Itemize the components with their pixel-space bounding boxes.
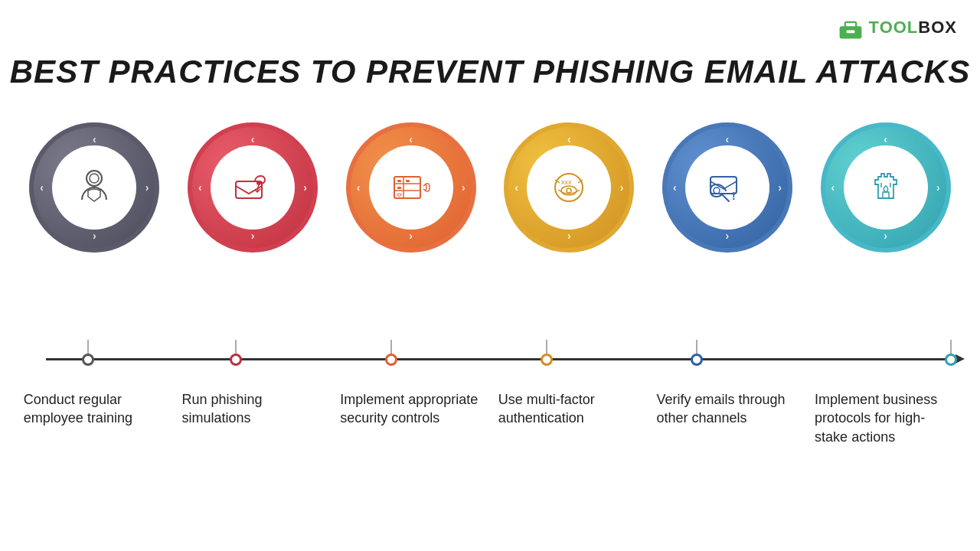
arrow-left-5[interactable]: ‹ [673,181,677,194]
circle-inner-3 [369,145,453,230]
arrow-bottom-3[interactable]: › [409,230,413,242]
circle-3: ‹ › ‹ › [346,122,476,253]
logo: TOOLBOX [837,14,957,41]
arrow-left-4[interactable]: ‹ [514,181,518,194]
protocol-icon [861,163,910,212]
circle-inner-2 [211,145,295,230]
circle-2: ‹ › ‹ › [188,122,318,253]
label-3: Implement appropriate security controls [340,390,482,446]
arrow-left-6[interactable]: ‹ [831,181,835,194]
mfa-icon: xxx [544,163,593,212]
arrow-right-6[interactable]: › [936,181,940,194]
label-5: Verify emails through other channels [656,390,798,446]
arrow-bottom-1[interactable]: › [93,230,96,242]
svg-point-23 [714,187,720,194]
verify-email-icon: ! [703,163,752,212]
circle-item-6: ‹ › ‹ › [821,122,951,253]
logo-text: TOOLBOX [869,18,957,37]
firewall-icon [387,163,436,212]
svg-rect-14 [397,187,401,189]
arrow-bottom-2[interactable]: › [251,230,255,242]
arrow-right-4[interactable]: › [620,181,624,194]
circle-inner-6 [844,145,928,230]
arrow-top-2[interactable]: ‹ [251,133,255,145]
svg-text:!: ! [732,190,736,202]
arrow-left-3[interactable]: ‹ [357,181,361,194]
circle-inner-1 [52,145,136,230]
arrow-left-2[interactable]: ‹ [198,181,202,194]
svg-rect-15 [397,194,401,196]
svg-rect-2 [846,31,854,34]
circle-6: ‹ › ‹ › [821,122,951,253]
labels-container: Conduct regular employee training Run ph… [15,390,965,446]
phish-icon [228,163,277,212]
arrow-top-1[interactable]: ‹ [93,133,96,145]
arrow-top-6[interactable]: ‹ [884,133,887,145]
svg-text:xxx: xxx [561,178,572,186]
svg-rect-1 [844,22,855,28]
label-4: Use multi-factor authentication [498,390,640,446]
arrow-bottom-5[interactable]: › [726,230,730,242]
circle-5: ‹ › ‹ › ! [662,122,792,253]
svg-point-3 [87,171,102,186]
arrow-top-5[interactable]: ‹ [726,133,730,145]
guard-icon [70,163,119,212]
circle-item-1: ‹ › ‹ › [29,122,159,253]
circle-item-4: ‹ › ‹ › xxx [504,122,634,253]
arrow-top-3[interactable]: ‹ [409,133,413,145]
arrow-bottom-4[interactable]: › [567,230,571,242]
circle-item-2: ‹ › ‹ › [188,122,318,253]
svg-point-19 [567,188,571,193]
svg-rect-12 [397,180,401,182]
svg-point-4 [90,174,99,183]
label-2: Run phishing simulations [181,390,323,446]
arrow-right-1[interactable]: › [145,181,149,194]
circle-item-5: ‹ › ‹ › ! [662,122,792,253]
page-title: Best Practices to Prevent Phishing Email… [0,54,980,90]
arrow-top-4[interactable]: ‹ [567,133,571,145]
arrow-bottom-6[interactable]: › [884,230,887,242]
toolbox-icon [837,14,864,41]
circles-container: ‹ › ‹ › ‹ › ‹ › [15,122,965,253]
circle-1: ‹ › ‹ › [29,122,159,253]
circle-4: ‹ › ‹ › xxx [504,122,634,253]
arrow-left-1[interactable]: ‹ [40,181,44,194]
arrow-right-2[interactable]: › [303,181,307,194]
arrow-right-3[interactable]: › [462,181,466,194]
circle-item-3: ‹ › ‹ › [346,122,476,253]
label-6: Implement business protocols for high-st… [815,390,956,446]
label-1: Conduct regular employee training [24,390,165,446]
arrow-right-5[interactable]: › [778,181,782,194]
svg-point-6 [257,181,260,184]
svg-rect-13 [406,180,410,182]
circle-inner-5: ! [685,145,769,230]
circle-inner-4: xxx [527,145,611,230]
